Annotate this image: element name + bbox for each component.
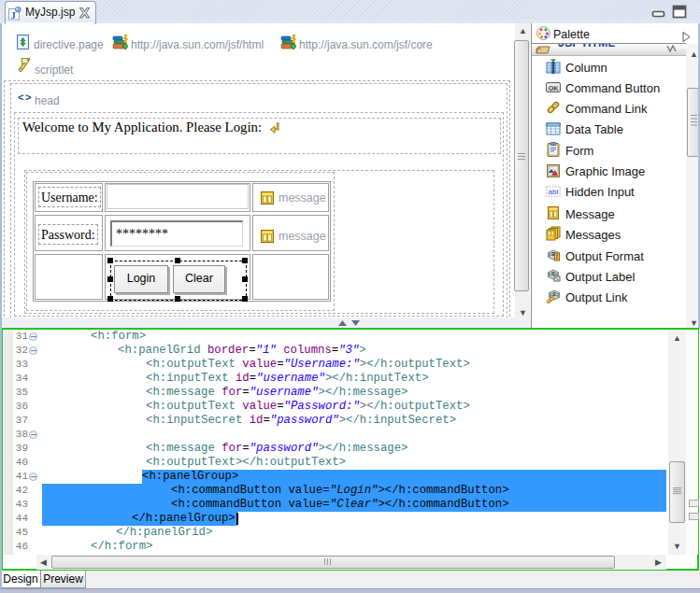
svg-text:J: J	[10, 10, 15, 21]
svg-text:abI: abI	[548, 188, 558, 196]
svg-text:OK: OK	[549, 85, 559, 92]
